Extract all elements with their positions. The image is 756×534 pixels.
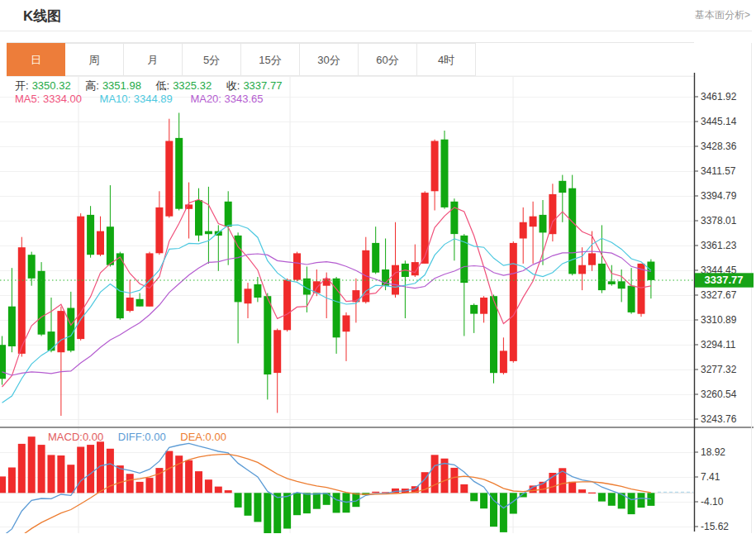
close-label: 收: xyxy=(226,79,240,92)
svg-text:3361.23: 3361.23 xyxy=(701,240,737,251)
page-root: { "page": { "title": "K线图", "link": "基本面… xyxy=(0,0,756,534)
dea-value: DEA:0.00 xyxy=(180,431,226,443)
svg-text:3411.57: 3411.57 xyxy=(701,165,736,177)
svg-text:3327.67: 3327.67 xyxy=(701,289,737,301)
svg-text:3260.54: 3260.54 xyxy=(701,389,737,400)
macd-axis-labels: 18.927.41-4.10-15.62 xyxy=(694,446,729,532)
diff-value: DIFF:0.00 xyxy=(118,431,166,443)
tab-30min[interactable]: 30分 xyxy=(300,43,359,76)
macd-info-bar: MACD:0.00 DIFF:0.00 DEA:0.00 xyxy=(48,431,238,443)
svg-text:-15.62: -15.62 xyxy=(701,521,729,532)
interval-tab-bar: 日周月5分15分30分60分4时 xyxy=(7,43,476,76)
low-value: 3325.32 xyxy=(173,79,212,92)
high-value: 3351.98 xyxy=(102,79,141,92)
svg-text:3243.76: 3243.76 xyxy=(701,413,737,425)
fundamental-analysis-link[interactable]: 基本面分析> xyxy=(695,8,750,22)
tab-5min[interactable]: 5分 xyxy=(183,43,241,76)
svg-text:3445.14: 3445.14 xyxy=(701,116,737,127)
svg-text:7.41: 7.41 xyxy=(701,471,720,483)
ma5-value: MA5: 3334.00 xyxy=(15,93,82,105)
svg-text:-4.10: -4.10 xyxy=(701,496,724,508)
macd-value: MACD:0.00 xyxy=(48,431,103,443)
ma-info-bar: MA5: 3334.00 MA10: 3344.89 MA20: 3343.65 xyxy=(15,93,278,105)
svg-text:18.92: 18.92 xyxy=(701,446,725,458)
svg-text:3310.89: 3310.89 xyxy=(701,314,737,326)
svg-text:3337.77: 3337.77 xyxy=(705,274,744,286)
svg-text:3461.92: 3461.92 xyxy=(701,91,737,103)
price-axis-labels: 3461.923445.143428.363411.573394.793378.… xyxy=(694,91,737,425)
svg-text:3294.11: 3294.11 xyxy=(701,339,736,350)
ohlc-info-bar: 开:3350.32 高:3351.98 低:3325.32 收:3337.77 xyxy=(15,79,293,93)
page-title: K线图 xyxy=(23,7,61,26)
tab-15min[interactable]: 15分 xyxy=(241,43,300,76)
low-label: 低: xyxy=(156,79,170,92)
open-value: 3350.32 xyxy=(32,79,71,92)
tab-week[interactable]: 周 xyxy=(65,43,124,76)
tab-4hour[interactable]: 4时 xyxy=(417,43,476,76)
header-divider xyxy=(0,31,752,31)
ma10-value: MA10: 3344.89 xyxy=(100,93,173,105)
svg-text:3378.01: 3378.01 xyxy=(701,215,737,226)
svg-text:3428.36: 3428.36 xyxy=(701,141,737,152)
open-label: 开: xyxy=(15,79,29,92)
current-price-tag: 3337.77 xyxy=(695,273,754,287)
tab-month[interactable]: 月 xyxy=(124,43,183,76)
candles-layer xyxy=(0,113,654,417)
tab-day[interactable]: 日 xyxy=(7,43,65,76)
ma20-value: MA20: 3343.65 xyxy=(190,93,263,105)
svg-text:3277.32: 3277.32 xyxy=(701,364,737,375)
svg-text:3394.79: 3394.79 xyxy=(701,190,737,202)
close-value: 3337.77 xyxy=(243,79,282,92)
tab-60min[interactable]: 60分 xyxy=(359,43,417,76)
high-label: 高: xyxy=(85,79,99,92)
